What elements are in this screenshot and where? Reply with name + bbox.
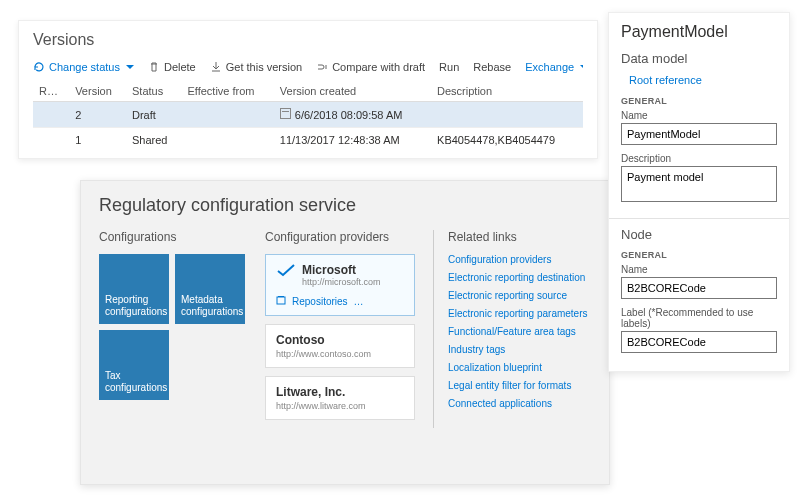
right-panel: PaymentModel Data model Root reference G… xyxy=(608,12,790,372)
cell-description xyxy=(431,102,583,128)
col-r[interactable]: R… xyxy=(33,81,69,102)
table-row[interactable]: 1 Shared 11/13/2017 12:48:38 AM KB405447… xyxy=(33,128,583,153)
rcs-configurations-col: Configurations Reporting configurations … xyxy=(99,230,247,428)
provider-url: http://www.contoso.com xyxy=(276,349,404,359)
rebase-button[interactable]: Rebase xyxy=(473,61,511,73)
provider-card[interactable]: Contoso http://www.contoso.com xyxy=(265,324,415,368)
compare-label: Compare with draft xyxy=(332,61,425,73)
chevron-down-icon xyxy=(578,61,583,73)
cell-version: 1 xyxy=(69,128,126,153)
tile-reporting[interactable]: Reporting configurations xyxy=(99,254,169,324)
general-label: GENERAL xyxy=(621,250,777,260)
tile-metadata[interactable]: Metadata configurations xyxy=(175,254,245,324)
col-version[interactable]: Version xyxy=(69,81,126,102)
repository-icon xyxy=(276,295,286,307)
general-label: GENERAL xyxy=(621,96,777,106)
cell-created: 6/6/2018 08:09:58 AM xyxy=(274,102,431,128)
trash-icon xyxy=(148,61,160,73)
get-version-label: Get this version xyxy=(226,61,302,73)
rcs-panel: Regulatory configuration service Configu… xyxy=(80,180,610,485)
related-link[interactable]: Localization blueprint xyxy=(448,362,588,373)
rcs-title: Regulatory configuration service xyxy=(99,195,591,216)
more-button[interactable]: … xyxy=(354,296,365,307)
rcs-col-title: Related links xyxy=(434,230,588,244)
related-link[interactable]: Connected applications xyxy=(448,398,588,409)
run-label: Run xyxy=(439,61,459,73)
cell-status: Draft xyxy=(126,102,181,128)
refresh-icon xyxy=(33,61,45,73)
node-name-label: Name xyxy=(621,264,777,275)
col-effective[interactable]: Effective from xyxy=(181,81,273,102)
change-status-label: Change status xyxy=(49,61,120,73)
description-field[interactable] xyxy=(621,166,777,202)
rcs-col-title: Configurations xyxy=(99,230,247,244)
versions-table: R… Version Status Effective from Version… xyxy=(33,81,583,152)
provider-url: http://www.litware.com xyxy=(276,401,404,411)
col-description[interactable]: Description xyxy=(431,81,583,102)
related-link[interactable]: Configuration providers xyxy=(448,254,588,265)
root-reference-link[interactable]: Root reference xyxy=(629,74,777,86)
provider-name: Contoso xyxy=(276,333,404,347)
provider-card[interactable]: Litware, Inc. http://www.litware.com xyxy=(265,376,415,420)
run-button[interactable]: Run xyxy=(439,61,459,73)
right-title: PaymentModel xyxy=(621,23,777,41)
chevron-down-icon xyxy=(124,61,134,73)
download-icon xyxy=(210,61,222,73)
related-link[interactable]: Industry tags xyxy=(448,344,588,355)
cell-created: 11/13/2017 12:48:38 AM xyxy=(274,128,431,153)
node-name-field[interactable] xyxy=(621,277,777,299)
compare-icon xyxy=(316,61,328,73)
name-label: Name xyxy=(621,110,777,121)
provider-card[interactable]: Microsoft http://microsoft.com Repositor… xyxy=(265,254,415,316)
rcs-providers-col: Configuration providers Microsoft http:/… xyxy=(265,230,415,428)
table-row[interactable]: 2 Draft 6/6/2018 08:09:58 AM xyxy=(33,102,583,128)
repositories-link[interactable]: Repositories xyxy=(292,296,348,307)
check-icon xyxy=(276,263,296,277)
provider-url: http://microsoft.com xyxy=(302,277,381,287)
cell-status: Shared xyxy=(126,128,181,153)
col-status[interactable]: Status xyxy=(126,81,181,102)
cell-version: 2 xyxy=(69,102,126,128)
data-model-heading: Data model xyxy=(621,51,777,66)
exchange-button[interactable]: Exchange xyxy=(525,61,583,73)
rcs-related-col: Related links Configuration providers El… xyxy=(433,230,588,428)
svg-rect-1 xyxy=(278,296,284,297)
versions-toolbar: Change status Delete Get this version Co… xyxy=(33,61,583,73)
compare-button[interactable]: Compare with draft xyxy=(316,61,425,73)
tile-tax[interactable]: Tax configurations xyxy=(99,330,169,400)
node-label-label: Label (*Recommended to use labels) xyxy=(621,307,777,329)
divider xyxy=(609,218,789,219)
description-label: Description xyxy=(621,153,777,164)
provider-name: Microsoft xyxy=(302,263,381,277)
related-link[interactable]: Functional/Feature area tags xyxy=(448,326,588,337)
delete-button[interactable]: Delete xyxy=(148,61,196,73)
calendar-icon xyxy=(280,108,291,119)
svg-rect-0 xyxy=(277,297,285,304)
rcs-col-title: Configuration providers xyxy=(265,230,415,244)
related-link[interactable]: Electronic reporting parameters xyxy=(448,308,588,319)
name-field[interactable] xyxy=(621,123,777,145)
delete-label: Delete xyxy=(164,61,196,73)
versions-panel: Versions Change status Delete Get this v… xyxy=(18,20,598,159)
related-link[interactable]: Electronic reporting destination xyxy=(448,272,588,283)
col-created[interactable]: Version created xyxy=(274,81,431,102)
change-status-button[interactable]: Change status xyxy=(33,61,134,73)
related-link[interactable]: Electronic reporting source xyxy=(448,290,588,301)
related-link[interactable]: Legal entity filter for formats xyxy=(448,380,588,391)
exchange-label: Exchange xyxy=(525,61,574,73)
versions-title: Versions xyxy=(33,31,583,49)
node-label-field[interactable] xyxy=(621,331,777,353)
rebase-label: Rebase xyxy=(473,61,511,73)
provider-name: Litware, Inc. xyxy=(276,385,404,399)
table-header-row: R… Version Status Effective from Version… xyxy=(33,81,583,102)
cell-description: KB4054478,KB4054479 xyxy=(431,128,583,153)
get-version-button[interactable]: Get this version xyxy=(210,61,302,73)
node-heading: Node xyxy=(621,227,777,242)
